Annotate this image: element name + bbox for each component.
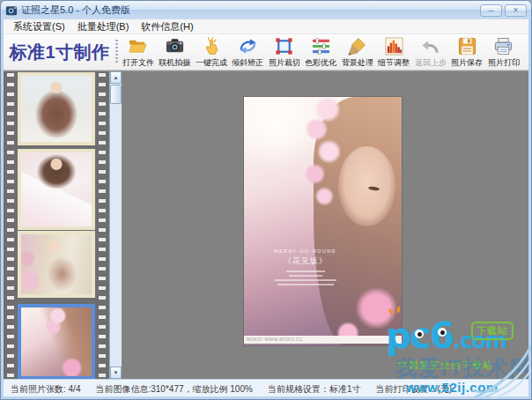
toolbar-button-color-optimize[interactable]: 色彩优化 <box>303 35 340 70</box>
app-icon <box>5 4 18 17</box>
crop-icon <box>274 36 294 56</box>
filmstrip-thumbnail-2[interactable] <box>18 149 95 230</box>
photo-overlay-subtitle: 《花见坂》 <box>256 256 354 267</box>
filmstrip-panel <box>4 71 109 379</box>
app-window: 证照之星5.0 - 个人免费版 – × 系统设置(S) 批量处理(B) 软件信息… <box>0 0 532 400</box>
toolbar-button-save-photo[interactable]: 照片保存 <box>449 35 486 70</box>
main-photo: MERRY-GO-ROUND 《花见坂》 MOKO! WWW.MOKO.CC <box>244 97 402 345</box>
brush-icon <box>347 36 367 56</box>
filmstrip-thumbnail-1[interactable] <box>18 72 95 145</box>
thumbnail-photo-1 <box>21 76 92 142</box>
save-icon <box>457 36 477 56</box>
scroll-up-button[interactable]: ▲ <box>110 71 122 84</box>
filmstrip-scrollbar[interactable]: ▲ ▼ <box>109 71 122 379</box>
toolbar-buttons: 打开文件 联机拍摄 一键完成 倾斜矫正 <box>120 34 528 70</box>
title-bar[interactable]: 证照之星5.0 - 个人免费版 – × <box>1 1 531 19</box>
photo-moko-watermark: MOKO! WWW.MOKO.CC <box>244 336 402 344</box>
photo-overlay-title: MERRY-GO-ROUND <box>262 248 350 253</box>
thumbnail-photo-3 <box>21 234 92 294</box>
toolbar-button-one-click-finish[interactable]: 一键完成 <box>193 35 230 70</box>
toolbar-button-open-file[interactable]: 打开文件 <box>120 35 157 70</box>
photo-overlay-credit-lines <box>270 270 341 285</box>
histogram-icon <box>384 36 404 56</box>
minimize-button[interactable]: – <box>480 4 502 17</box>
filmstrip-thumbnail-4-selected[interactable] <box>18 304 95 379</box>
toolbar-button-undo-step[interactable]: 返回上步 <box>412 35 449 70</box>
undo-icon <box>420 36 440 56</box>
color-sliders-icon <box>311 36 331 56</box>
close-button[interactable]: × <box>505 4 527 17</box>
thumbnail-photo-4 <box>21 307 92 376</box>
window-bottom-frame <box>1 396 531 399</box>
status-print-setting: 当前打印设置：(无) <box>375 383 452 396</box>
toolbar-button-print-photo[interactable]: 照片打印 <box>485 35 522 70</box>
rotate-arrows-icon <box>238 36 258 56</box>
thumbnail-photo-2 <box>21 152 92 226</box>
status-photo-count: 当前照片张数: 4/4 <box>11 383 80 396</box>
window-title: 证照之星5.0 - 个人免费版 <box>21 4 480 17</box>
filmstrip-thumbnail-3[interactable] <box>18 231 95 298</box>
photo-flowers-region <box>244 97 402 345</box>
toolbar-button-camera-capture[interactable]: 联机拍摄 <box>157 35 194 70</box>
toolbar-button-background-process[interactable]: 背景处理 <box>339 35 376 70</box>
hand-click-icon <box>201 36 221 56</box>
menu-item-system-settings[interactable]: 系统设置(S) <box>7 19 71 34</box>
status-spec-setting: 当前规格设置：标准1寸 <box>268 383 361 396</box>
filmstrip-sprockets-left <box>7 73 14 379</box>
photo-text-overlay: MERRY-GO-ROUND 《花见坂》 <box>256 248 354 288</box>
workspace: ▲ ▼ MERRY-GO-ROUND 《花见坂》 MOKO! WWW.MOKO.… <box>4 70 528 379</box>
menu-bar: 系统设置(S) 批量处理(B) 软件信息(H) <box>4 19 528 34</box>
status-bar: 当前照片张数: 4/4 当前图像信息:310*477，缩放比例 100% 当前规… <box>4 379 528 398</box>
status-image-info: 当前图像信息:310*477，缩放比例 100% <box>95 383 252 396</box>
toolbar-button-detail-adjust[interactable]: 细节调整 <box>376 35 413 70</box>
open-folder-icon <box>128 36 148 56</box>
toolbar: 标准1寸制作 打开文件 联机拍摄 一键完成 <box>4 34 528 70</box>
printer-icon <box>493 36 514 56</box>
scroll-down-button[interactable]: ▼ <box>110 367 122 379</box>
toolbar-grip <box>115 40 118 64</box>
camera-icon <box>165 36 185 56</box>
scrollbar-thumb[interactable] <box>110 85 122 104</box>
mode-title: 标准1寸制作 <box>4 34 115 70</box>
menu-item-software-info[interactable]: 软件信息(H) <box>135 19 199 34</box>
toolbar-button-photo-crop[interactable]: 照片裁切 <box>266 35 303 70</box>
toolbar-button-tilt-correction[interactable]: 倾斜矫正 <box>230 35 267 70</box>
menu-item-batch-process[interactable]: 批量处理(B) <box>71 19 136 34</box>
filmstrip-sprockets-right <box>99 73 106 379</box>
